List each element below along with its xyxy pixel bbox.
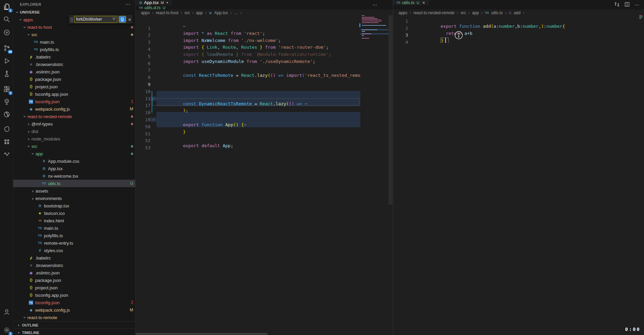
tree-item-label: environments (35, 196, 62, 201)
tree-item[interactable]: {} tsconfig.app.json (13, 90, 135, 98)
line-number: 6 (136, 61, 150, 66)
breadcrumb-item[interactable]: apps › (399, 10, 411, 15)
tree-item[interactable]: ◈ webpack.config.js M (13, 306, 135, 314)
fuzzy-search-button[interactable] (119, 16, 126, 23)
tree-item[interactable]: ⊛ App.tsx (13, 165, 135, 172)
file-type-icon: ≡ (28, 264, 34, 267)
tree-item[interactable]: TS remote-entry.ts (13, 239, 135, 247)
tree-item[interactable]: › node_modules (13, 135, 135, 142)
tree-item[interactable]: {} package.json (13, 75, 135, 83)
tree-item[interactable]: # styles.css (13, 247, 135, 254)
editor-tab[interactable]: ⊛ App.tsx M ● (136, 0, 172, 5)
close-icon[interactable]: × (128, 17, 131, 22)
tree-item[interactable]: › src (13, 142, 135, 150)
tree-item[interactable]: › react-ts-remote (13, 314, 135, 321)
tab-close-icon[interactable]: × (422, 0, 425, 5)
tree-item[interactable]: ≡ .browserslistrc (13, 61, 135, 68)
tree-item[interactable]: ⊛ nx-welcome.tsx (13, 172, 135, 180)
tree-item[interactable]: ◉ .eslintrc.json (13, 269, 135, 276)
chat-icon[interactable] (0, 26, 13, 39)
tree-item[interactable]: › @mf-types (13, 120, 135, 128)
extensions-icon[interactable]: 3 (0, 83, 13, 96)
more-actions-icon[interactable]: ⋯ (635, 2, 639, 7)
more-actions-icon[interactable]: ⋯ (373, 2, 377, 7)
mouse-cursor-icon (454, 30, 464, 42)
horizontal-scrollbar[interactable] (136, 333, 267, 335)
tree-item[interactable]: β .babelrc (13, 254, 135, 262)
split-editor-icon[interactable] (624, 2, 630, 8)
tree-item[interactable]: TS polyfills.ts (13, 46, 135, 53)
git-graph-icon[interactable] (0, 108, 13, 121)
outline-section[interactable]: › OUTLINE (13, 321, 135, 329)
tree-item-label: src (31, 32, 37, 37)
tree-item[interactable]: › src (13, 31, 135, 38)
tree-item[interactable]: ◈ webpack.config.js M (13, 105, 135, 113)
source-control-icon[interactable]: 38 (0, 42, 13, 54)
nx-console-icon[interactable] (0, 135, 13, 148)
timeline-section[interactable]: › TIMELINE (13, 329, 135, 335)
tree-item[interactable]: ≡ .browserslistrc (13, 262, 135, 269)
breadcrumb-item[interactable]: apps › (141, 10, 153, 15)
filter-icon[interactable] (112, 17, 116, 22)
tree-item[interactable]: › react-ts-nested-remote (13, 113, 135, 120)
tree-item[interactable]: {} project.json (13, 83, 135, 90)
tab-file-icon: TS (397, 1, 401, 4)
line-number: 53 (136, 145, 150, 150)
tree-item[interactable]: TS polyfills.ts (13, 232, 135, 239)
drag-grip[interactable] (70, 17, 73, 22)
vertical-scrollbar[interactable] (388, 15, 392, 205)
file-type-icon: # (41, 159, 47, 163)
tree-item[interactable]: › react-ts-host (13, 23, 135, 31)
tree-item[interactable]: TS utils.ts U (13, 180, 135, 187)
tree-item[interactable]: ◉ .eslintrc.json (13, 68, 135, 75)
tab-label: utils.d.ts (145, 5, 161, 10)
accounts-icon[interactable] (0, 306, 13, 318)
tree-item[interactable]: {} tsconfig.app.json (13, 291, 135, 299)
tree-item[interactable]: ★ favicon.ico (13, 209, 135, 217)
tree-item[interactable]: › dist (13, 128, 135, 135)
editor-tab[interactable]: TS utils.ts U × (393, 0, 429, 5)
tree-item[interactable]: › assets (13, 187, 135, 195)
code-line[interactable]: 4 (393, 39, 644, 46)
tree-item[interactable]: {} package.json (13, 276, 135, 284)
file-type-icon: TS (29, 99, 33, 104)
code-editor[interactable]: ⋯ 1 import * as React from 'react'; 2 im… (136, 18, 393, 151)
open-changes-icon[interactable] (614, 2, 620, 8)
tree-item-label: project.json (35, 285, 57, 290)
code-line[interactable]: 53 (136, 144, 360, 151)
tree-item[interactable]: TS main.ts (13, 224, 135, 232)
tree-item[interactable]: TS main.ts (13, 38, 135, 46)
tree-item[interactable]: # App.module.css (13, 157, 135, 165)
tree-item[interactable]: TS tsconfig.json 2 (13, 299, 135, 306)
testing-icon[interactable] (0, 67, 13, 80)
minimap[interactable] (639, 15, 644, 25)
file-type-icon: {} (28, 293, 34, 297)
tree-item[interactable]: β .babelrc (13, 53, 135, 61)
tree-item[interactable]: ⊛ bootstrap.tsx (13, 202, 135, 209)
breadcrumb-separator: › (410, 10, 411, 15)
tree-item[interactable]: TS tsconfig.json 1 (13, 98, 135, 105)
sidebar-more-actions-icon[interactable]: ⋯ (125, 1, 130, 7)
container-tools-icon[interactable] (0, 122, 13, 135)
sidebar-header: EXPLORER ⋯ (13, 0, 135, 9)
search-icon[interactable] (0, 13, 13, 26)
chevron-icon: › (27, 32, 31, 37)
tree-item[interactable]: <> index.html (13, 217, 135, 224)
editor-tab[interactable]: TS utils.d.ts U (136, 5, 172, 10)
tree-find-input[interactable]: forkDtsWorker (74, 16, 117, 23)
code-editor[interactable]: 1 export function add(a:number,b:number,… (393, 18, 644, 46)
tree-item[interactable]: › environments (13, 195, 135, 202)
todo-tree-icon[interactable] (0, 95, 13, 108)
tree-item[interactable]: › app (13, 150, 135, 157)
module-federation-icon[interactable] (0, 147, 13, 160)
tab-file-icon: TS (139, 6, 143, 9)
settings-gear-icon[interactable]: 1 (0, 323, 13, 335)
tree-item[interactable]: {} project.json (13, 284, 135, 291)
fold-chevron-icon[interactable]: › (150, 117, 157, 122)
run-debug-icon[interactable] (0, 54, 13, 67)
git-status-badge (131, 145, 133, 148)
minimap-modified-mark (359, 23, 360, 27)
minimap[interactable] (360, 15, 388, 52)
explorer-icon[interactable]: 1 (0, 0, 13, 13)
tree-item-label: .browserslistrc (35, 62, 63, 67)
